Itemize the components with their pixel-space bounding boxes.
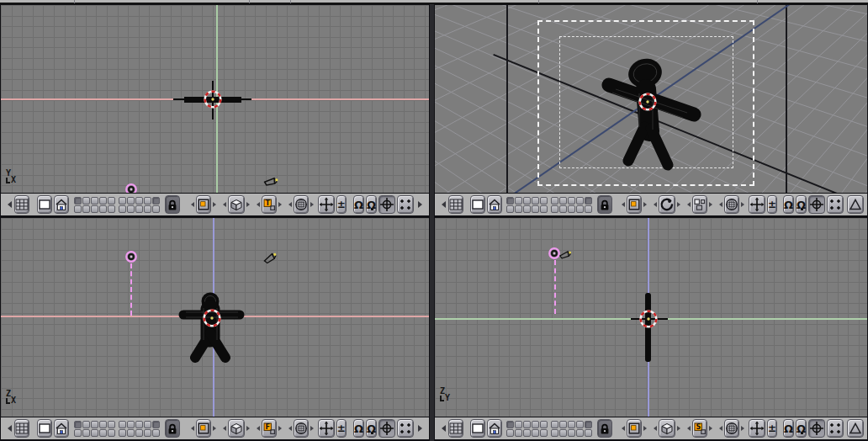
layer-toggle-1[interactable] (74, 197, 82, 205)
pivot-button[interactable]: S (692, 419, 707, 438)
layer-toggle-19[interactable] (576, 429, 584, 437)
layer-toggle-6[interactable] (551, 421, 558, 428)
proportional-button[interactable] (724, 195, 739, 214)
four-dot-button[interactable] (827, 419, 844, 438)
layer-toggle-13[interactable] (91, 429, 98, 437)
layer-toggle-2[interactable] (515, 421, 522, 428)
home-button[interactable] (54, 195, 69, 214)
rotate-button[interactable]: Ω (353, 419, 364, 438)
layer-toggle-16[interactable] (551, 205, 558, 213)
layer-toggle-17[interactable] (127, 429, 135, 437)
layer-toggle-5[interactable] (540, 421, 548, 428)
layer-toggle-4[interactable] (99, 421, 107, 428)
layer-toggle-20[interactable] (585, 205, 592, 213)
translate-manipulator-button[interactable] (318, 419, 335, 438)
layer-toggle-12[interactable] (515, 205, 522, 213)
layer-toggle-4[interactable] (99, 197, 107, 205)
layer-toggle-10[interactable] (585, 197, 592, 205)
layer-toggle-2[interactable] (82, 421, 90, 428)
maximize-button[interactable] (37, 195, 52, 214)
3d-cursor[interactable] (200, 306, 224, 330)
layer-toggle-20[interactable] (585, 429, 592, 437)
layer-toggle-4[interactable] (532, 421, 539, 428)
layer-toggle-5[interactable] (108, 197, 115, 205)
layer-toggle-16[interactable] (119, 429, 126, 437)
lock-button[interactable] (165, 419, 180, 438)
layer-toggle-6[interactable] (119, 197, 126, 205)
3d-cursor[interactable] (636, 90, 659, 114)
layer-toggle-13[interactable] (91, 205, 98, 213)
rotate-snap-button[interactable]: Ω (366, 195, 377, 214)
layer-toggle-18[interactable] (568, 205, 575, 213)
crosshair-button[interactable] (808, 419, 825, 438)
rotate-snap-button[interactable]: Ω (796, 419, 807, 438)
header-scroll-left-icon[interactable] (438, 425, 446, 432)
plus-minus-button[interactable]: ± (336, 195, 347, 214)
layer-toggle-7[interactable] (127, 421, 135, 428)
layer-toggle-8[interactable] (135, 197, 143, 205)
render-button[interactable] (847, 419, 864, 438)
mode-button[interactable] (196, 419, 211, 438)
layer-toggle-12[interactable] (82, 205, 90, 213)
window-type-button[interactable] (448, 195, 463, 214)
plus-minus-button[interactable]: ± (767, 195, 777, 214)
layer-toggle-17[interactable] (127, 205, 135, 213)
header-scroll-left-icon[interactable] (438, 201, 446, 208)
window-type-button[interactable] (448, 419, 463, 438)
lock-button[interactable] (165, 195, 180, 214)
layer-toggle-13[interactable] (523, 205, 531, 213)
layer-toggle-7[interactable] (127, 197, 135, 205)
lamp-object[interactable] (124, 250, 138, 263)
translate-manipulator-button[interactable] (318, 195, 335, 214)
layer-toggle-8[interactable] (135, 421, 143, 428)
rotate-button[interactable]: Ω (783, 419, 794, 438)
layer-toggle-7[interactable] (559, 197, 567, 205)
header-scroll-right-icon[interactable] (418, 425, 426, 432)
layer-toggle-4[interactable] (532, 197, 539, 205)
four-dot-button[interactable] (397, 195, 414, 214)
layer-toggle-15[interactable] (108, 205, 115, 213)
layer-toggle-12[interactable] (515, 429, 522, 437)
maximize-button[interactable] (37, 419, 52, 438)
layer-toggle-20[interactable] (152, 429, 160, 437)
four-dot-button[interactable] (397, 419, 414, 438)
layer-toggle-19[interactable] (576, 205, 584, 213)
mode-button[interactable] (196, 195, 211, 214)
viewport-canvas-camera[interactable] (435, 5, 867, 193)
translate-manipulator-button[interactable] (749, 195, 765, 214)
camera-object[interactable] (262, 251, 278, 265)
layer-toggle-17[interactable] (559, 429, 567, 437)
home-button[interactable] (487, 419, 502, 438)
lamp-object[interactable] (124, 183, 138, 193)
layer-toggle-18[interactable] (135, 429, 143, 437)
mode-button[interactable] (627, 195, 642, 214)
layer-toggle-16[interactable] (551, 429, 558, 437)
layer-toggle-9[interactable] (576, 421, 584, 428)
viewport-canvas-top[interactable]: Y X (1, 5, 429, 193)
layer-toggle-2[interactable] (515, 197, 522, 205)
layer-toggle-2[interactable] (82, 197, 90, 205)
maximize-button[interactable] (470, 195, 485, 214)
mode-button[interactable] (627, 419, 642, 438)
home-button[interactable] (54, 419, 69, 438)
lock-button[interactable] (597, 195, 612, 214)
3d-cursor[interactable] (637, 307, 660, 331)
layer-toggle-11[interactable] (74, 205, 82, 213)
layer-toggle-19[interactable] (144, 429, 151, 437)
layer-toggle-19[interactable] (144, 205, 151, 213)
lock-button[interactable] (597, 419, 612, 438)
plus-minus-button[interactable]: ± (767, 419, 777, 438)
rotate-snap-button[interactable]: Ω (796, 195, 807, 214)
draw-type-button[interactable] (659, 419, 675, 438)
home-button[interactable] (487, 195, 502, 214)
proportional-button[interactable] (724, 419, 739, 438)
window-type-button[interactable] (14, 419, 29, 438)
layer-toggle-11[interactable] (506, 429, 514, 437)
pivot-button[interactable]: T (262, 195, 277, 214)
translate-manipulator-button[interactable] (749, 419, 765, 438)
layer-toggle-14[interactable] (99, 205, 107, 213)
3d-cursor[interactable] (201, 88, 225, 111)
pivot-button[interactable]: F (262, 419, 277, 438)
layer-toggle-9[interactable] (576, 197, 584, 205)
layer-toggle-16[interactable] (119, 205, 126, 213)
